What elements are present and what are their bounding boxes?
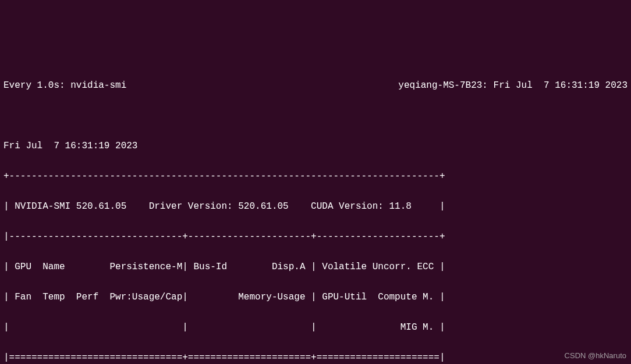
blank-line — [3, 108, 628, 123]
watermark: CSDN @hkNaruto — [565, 349, 626, 362]
terminal-output: Every 1.0s: nvidia-smiyeqiang-MS-7B23: F… — [0, 60, 631, 364]
gpu-header-row1: | GPU Name Persistence-M| Bus-Id Disp.A … — [3, 259, 628, 274]
version-line: | NVIDIA-SMI 520.61.05 Driver Version: 5… — [3, 199, 628, 214]
watch-interval: Every 1.0s: — [3, 80, 70, 91]
top-border: +---------------------------------------… — [3, 169, 628, 184]
watch-host-time: yeqiang-MS-7B23: Fri Jul 7 16:31:19 2023 — [398, 78, 628, 93]
timestamp-line: Fri Jul 7 16:31:19 2023 — [3, 138, 628, 154]
header-separator: |-------------------------------+-------… — [3, 229, 628, 244]
header-bottom-separator: |===============================+=======… — [3, 350, 628, 364]
watch-header: Every 1.0s: nvidia-smiyeqiang-MS-7B23: F… — [3, 78, 628, 93]
watch-command: nvidia-smi — [70, 80, 126, 91]
gpu-header-row3: | | | MIG M. | — [3, 320, 628, 335]
gpu-header-row2: | Fan Temp Perf Pwr:Usage/Cap| Memory-Us… — [3, 290, 628, 305]
